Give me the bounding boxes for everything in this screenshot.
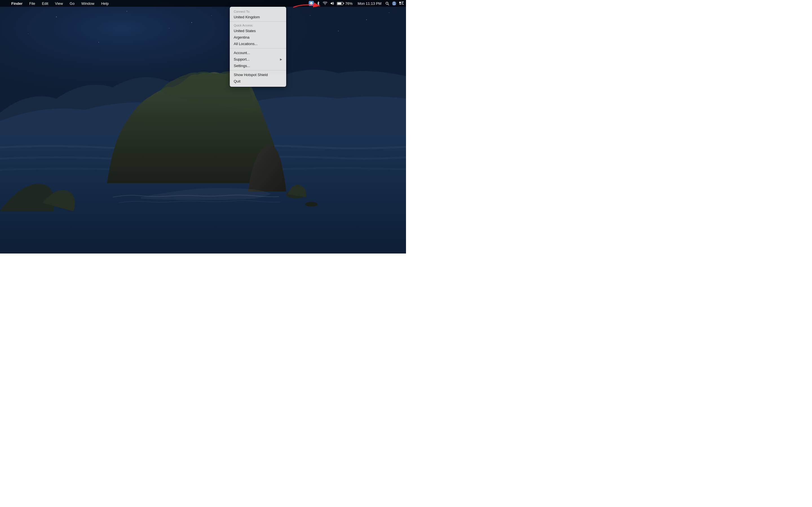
volume-icon[interactable]: [330, 2, 334, 5]
bluetooth-icon[interactable]: [317, 1, 320, 5]
account-menu-item[interactable]: Account...: [230, 50, 286, 56]
svg-rect-26: [402, 4, 404, 4]
svg-rect-23: [402, 2, 404, 2]
connect-to-label: Connect To:: [230, 9, 286, 14]
svg-rect-24: [402, 3, 403, 3]
control-center-icon[interactable]: [399, 2, 404, 5]
svg-point-7: [366, 19, 367, 20]
menubar: Finder File Edit View Go Window Help: [0, 0, 406, 7]
support-submenu-chevron: ▶: [280, 58, 282, 61]
menubar-file[interactable]: File: [28, 1, 36, 6]
hotspot-shield-menubar-icon[interactable]: [309, 1, 314, 6]
quick-access-all-locations[interactable]: All Locations...: [230, 41, 286, 47]
svg-point-3: [126, 11, 127, 11]
user-icon[interactable]: [392, 1, 396, 6]
svg-point-2: [56, 17, 57, 17]
menubar-right: 76% Mon 11:13 PM: [309, 1, 404, 6]
battery-fill: [338, 3, 342, 4]
datetime: Mon 11:13 PM: [356, 1, 383, 6]
menubar-left: Finder File Edit View Go Window Help: [2, 1, 110, 6]
svg-point-10: [169, 28, 169, 29]
bottom-actions-section: Show Hotspot Shield Quit: [230, 70, 286, 86]
actions-section: Account... Support... ▶ Settings...: [230, 48, 286, 70]
svg-point-13: [211, 15, 212, 16]
svg-point-4: [192, 22, 192, 23]
svg-point-16: [305, 202, 318, 207]
menubar-go[interactable]: Go: [68, 1, 75, 6]
battery-indicator: 76%: [337, 1, 354, 6]
menubar-window[interactable]: Window: [80, 1, 95, 6]
menubar-edit[interactable]: Edit: [41, 1, 49, 6]
menubar-help[interactable]: Help: [100, 1, 110, 6]
svg-rect-22: [399, 2, 401, 3]
quick-access-us[interactable]: United States: [230, 27, 286, 34]
spotlight-search-icon[interactable]: [386, 2, 389, 5]
battery-percent: 76%: [344, 1, 354, 6]
svg-point-12: [389, 12, 389, 13]
quit-item[interactable]: Quit: [230, 78, 286, 84]
wallpaper-illustration: [0, 0, 406, 253]
svg-point-6: [310, 15, 310, 16]
quick-access-argentina[interactable]: Argentina: [230, 34, 286, 41]
connect-to-value[interactable]: United Kingdom: [230, 14, 286, 20]
connect-to-section: Connect To: United Kingdom: [230, 8, 286, 21]
hotspot-shield-dropdown: Connect To: United Kingdom Quick Access:…: [230, 7, 286, 87]
svg-point-9: [98, 42, 99, 43]
desktop-background: [0, 0, 406, 253]
svg-point-11: [338, 31, 339, 31]
wifi-icon[interactable]: [323, 2, 327, 5]
svg-point-21: [393, 2, 395, 4]
menubar-view[interactable]: View: [54, 1, 64, 6]
show-hotspot-shield-item[interactable]: Show Hotspot Shield: [230, 71, 286, 78]
svg-line-19: [388, 4, 389, 5]
menubar-finder[interactable]: Finder: [10, 1, 24, 6]
settings-menu-item[interactable]: Settings...: [230, 62, 286, 69]
battery-icon: [337, 2, 343, 5]
quick-access-label: Quick Access:: [230, 23, 286, 27]
svg-point-8: [28, 34, 29, 34]
svg-rect-25: [399, 4, 402, 4]
support-menu-item[interactable]: Support... ▶: [230, 56, 286, 62]
quick-access-section: Quick Access: United States Argentina Al…: [230, 21, 286, 48]
svg-point-17: [311, 3, 312, 4]
